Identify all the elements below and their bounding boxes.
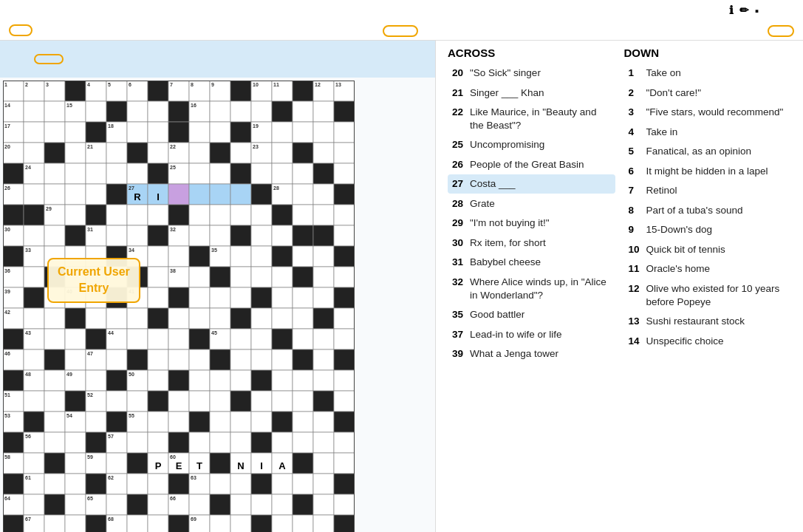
clue-num: 9 xyxy=(629,223,642,236)
clue-item-across-35[interactable]: 35Good battler xyxy=(448,305,615,324)
svg-rect-39 xyxy=(148,101,168,122)
svg-rect-407 xyxy=(272,474,293,494)
clue-item-down-1[interactable]: 1Take on xyxy=(624,64,792,83)
svg-rect-287 xyxy=(3,370,24,391)
svg-rect-251 xyxy=(44,329,65,349)
clue-num: 31 xyxy=(452,256,465,269)
clue-item-across-28[interactable]: 28Grate xyxy=(448,194,615,214)
svg-rect-109 xyxy=(334,163,355,184)
clue-item-across-30[interactable]: 30Rx item, for short xyxy=(448,233,615,253)
svg-rect-320 xyxy=(230,391,251,412)
clue-num: 14 xyxy=(629,335,642,348)
clue-item-across-39[interactable]: 39What a Jenga tower xyxy=(448,344,615,364)
svg-rect-180 xyxy=(168,246,189,267)
svg-rect-129 xyxy=(293,184,313,205)
square-icon: ▪ xyxy=(755,4,759,17)
svg-rect-336 xyxy=(148,412,168,432)
svg-rect-77 xyxy=(106,143,127,163)
clue-item-down-2[interactable]: 2"Don't care!" xyxy=(624,83,792,103)
svg-rect-193 xyxy=(44,267,65,287)
svg-rect-388 xyxy=(293,453,313,474)
clue-item-down-10[interactable]: 10Quick bit of tennis xyxy=(624,240,792,259)
svg-rect-279 xyxy=(189,349,210,370)
grid-container[interactable]: 1234567891011121314151617181920212223242… xyxy=(0,78,435,532)
svg-rect-52 xyxy=(24,122,44,143)
clue-item-across-31[interactable]: 31Babybel cheese xyxy=(448,253,615,272)
svg-rect-166 xyxy=(272,225,293,246)
svg-rect-106 xyxy=(272,163,293,184)
clue-text: Singer ___ Khan xyxy=(470,86,544,100)
svg-rect-332 xyxy=(86,412,106,432)
svg-rect-168 xyxy=(313,225,334,246)
svg-text:T: T xyxy=(197,460,202,471)
svg-rect-198 xyxy=(127,267,148,287)
svg-rect-247 xyxy=(334,308,355,329)
clue-num: 26 xyxy=(452,158,465,171)
clue-panel[interactable]: ACROSS 20"So Sick" singer21Singer ___ Kh… xyxy=(436,41,803,532)
svg-rect-351 xyxy=(86,432,106,453)
svg-rect-306 xyxy=(334,370,355,391)
svg-rect-47 xyxy=(293,101,313,122)
clue-item-down-7[interactable]: 7Retinol xyxy=(624,181,792,200)
clue-item-down-14[interactable]: 14Unspecific choice xyxy=(624,332,792,351)
clue-item-down-11[interactable]: 11Oracle's home xyxy=(624,259,792,279)
svg-text:39: 39 xyxy=(4,289,10,294)
svg-text:53: 53 xyxy=(4,413,10,418)
svg-rect-72 xyxy=(24,143,44,163)
svg-rect-428 xyxy=(293,494,313,515)
svg-rect-38 xyxy=(127,101,148,122)
clue-item-down-9[interactable]: 915-Down's dog xyxy=(624,220,792,239)
svg-rect-342 xyxy=(272,412,293,432)
clue-item-down-4[interactable]: 4Take in xyxy=(624,123,792,142)
svg-rect-265 xyxy=(293,329,313,349)
clue-num: 11 xyxy=(629,262,642,276)
svg-rect-13 xyxy=(148,81,168,101)
svg-rect-146 xyxy=(272,205,293,225)
clue-item-across-29[interactable]: 29"I'm not buying it!" xyxy=(448,214,615,233)
svg-text:3: 3 xyxy=(46,82,49,87)
clue-text: Retinol xyxy=(646,184,677,197)
clue-item-across-21[interactable]: 21Singer ___ Khan xyxy=(448,83,615,103)
svg-rect-88 xyxy=(293,143,313,163)
svg-rect-126 xyxy=(251,184,272,205)
svg-text:E: E xyxy=(176,460,182,471)
svg-rect-208 xyxy=(313,267,334,287)
svg-rect-344 xyxy=(313,412,334,432)
clue-item-across-32[interactable]: 32Where Alice winds up, in "Alice in Won… xyxy=(448,273,615,304)
clue-item-across-20[interactable]: 20"So Sick" singer xyxy=(448,64,615,83)
svg-rect-45 xyxy=(251,101,272,122)
clue-item-across-25[interactable]: 25Uncompromising xyxy=(448,135,615,154)
clue-text: Like Maurice, in "Beauty and the Beast"? xyxy=(470,106,611,132)
svg-text:16: 16 xyxy=(191,103,197,108)
clue-list-box xyxy=(383,25,418,37)
svg-rect-346 xyxy=(3,432,24,453)
clue-item-across-37[interactable]: 37Lead-in to wife or life xyxy=(448,325,615,344)
clue-num: 1 xyxy=(629,66,642,80)
clue-item-across-22[interactable]: 22Like Maurice, in "Beauty and the Beast… xyxy=(448,103,615,134)
clue-item-down-8[interactable]: 8Part of a tuba's sound xyxy=(624,201,792,220)
finish-button[interactable] xyxy=(768,25,794,37)
svg-rect-325 xyxy=(334,391,355,412)
clue-item-down-13[interactable]: 13Sushi restaurant stock xyxy=(624,312,792,331)
clue-item-down-12[interactable]: 12Olive who existed for 10 years before … xyxy=(624,279,792,311)
svg-rect-61 xyxy=(189,122,210,143)
svg-rect-44 xyxy=(230,101,251,122)
svg-rect-123 xyxy=(189,184,210,205)
clue-item-down-3[interactable]: 3"Five stars, would recommend" xyxy=(624,103,792,122)
status-icons: ℹ ✏ ▪ xyxy=(729,4,759,17)
crossword-grid[interactable]: 1234567891011121314151617181920212223242… xyxy=(3,81,355,532)
svg-text:45: 45 xyxy=(211,330,217,335)
svg-rect-405 xyxy=(230,474,251,494)
svg-rect-369 xyxy=(65,453,86,474)
clue-item-down-6[interactable]: 6It might be hidden in a lapel xyxy=(624,162,792,181)
svg-rect-354 xyxy=(127,432,148,453)
svg-rect-281 xyxy=(230,349,251,370)
clue-item-across-26[interactable]: 26People of the Great Basin xyxy=(448,155,615,174)
svg-rect-409 xyxy=(313,474,334,494)
svg-rect-99 xyxy=(148,163,168,184)
clue-item-down-5[interactable]: 5Fanatical, as an opinion xyxy=(624,142,792,161)
svg-rect-87 xyxy=(272,143,293,163)
svg-rect-434 xyxy=(44,515,65,532)
svg-rect-319 xyxy=(210,391,230,412)
clue-item-across-27[interactable]: 27Costa ___ xyxy=(448,174,615,194)
